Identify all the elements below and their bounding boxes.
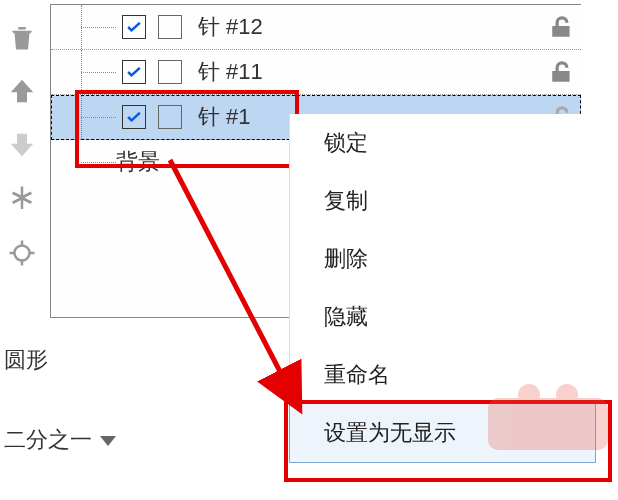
layer-label: 针 #12 [198, 12, 263, 42]
arrow-up-icon[interactable] [7, 74, 37, 108]
shape-dropdown[interactable]: 圆形 [4, 345, 48, 375]
shape-label: 圆形 [4, 347, 48, 372]
visibility-checkbox[interactable] [122, 105, 146, 129]
menu-delete[interactable]: 删除 [290, 230, 595, 288]
lock-icon[interactable] [549, 59, 575, 85]
layer-label: 针 #1 [198, 102, 251, 132]
lock-icon[interactable] [549, 14, 575, 40]
arrow-down-icon[interactable] [7, 128, 37, 162]
visibility-checkbox[interactable] [122, 60, 146, 84]
menu-rename[interactable]: 重命名 [290, 346, 595, 404]
secondary-checkbox[interactable] [158, 105, 182, 129]
left-toolbar [2, 20, 42, 270]
layer-label: 背景 [116, 147, 160, 177]
layer-row[interactable]: 针 #11 [51, 50, 581, 95]
layer-row[interactable]: 针 #12 [51, 5, 581, 50]
crosshair-icon[interactable] [7, 236, 37, 270]
asterisk-icon[interactable] [7, 182, 37, 216]
layer-label: 针 #11 [198, 57, 263, 87]
menu-lock[interactable]: 锁定 [290, 114, 595, 172]
svg-point-0 [15, 246, 30, 261]
visibility-checkbox[interactable] [122, 15, 146, 39]
fraction-label: 二分之一 [4, 427, 92, 452]
watermark [488, 398, 608, 450]
trash-icon[interactable] [7, 20, 37, 54]
secondary-checkbox[interactable] [158, 60, 182, 84]
menu-hide[interactable]: 隐藏 [290, 288, 595, 346]
secondary-checkbox[interactable] [158, 15, 182, 39]
chevron-down-icon [100, 436, 116, 446]
menu-copy[interactable]: 复制 [290, 172, 595, 230]
fraction-dropdown[interactable]: 二分之一 [4, 425, 116, 455]
